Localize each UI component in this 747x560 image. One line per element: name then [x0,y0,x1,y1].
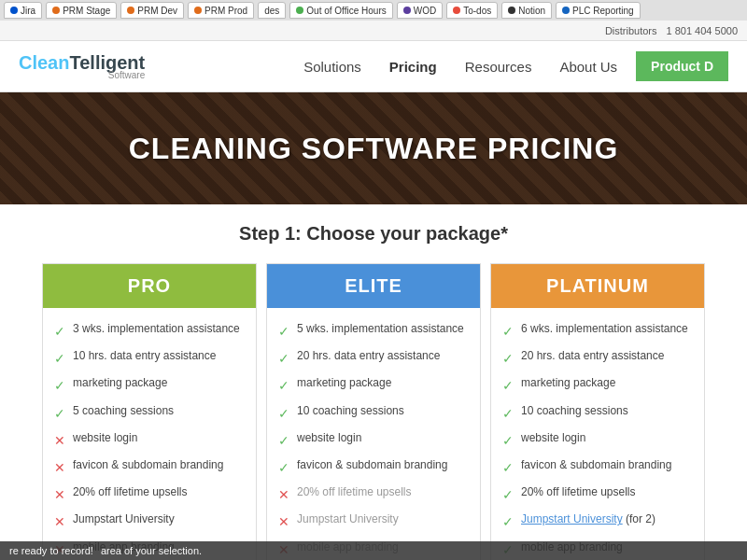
recording-text: re ready to record! [9,545,93,556]
tab-todos[interactable]: To-dos [446,2,498,19]
platinum-features: ✓6 wks. implementation assistance ✓20 hr… [491,308,704,560]
list-item: ✓6 wks. implementation assistance [502,317,693,344]
product-demo-button[interactable]: Product D [636,51,728,81]
check-icon: ✓ [502,323,514,340]
x-icon: ✕ [54,486,65,503]
check-icon: ✓ [502,432,514,449]
check-icon: ✓ [54,405,65,422]
list-item: ✓3 wks. implementation assistance [54,317,245,344]
hero-title: CLEANING SOFTWARE PRICING [129,132,619,166]
phone-number: 1 801 404 5000 [667,25,738,36]
list-item: ✕Jumpstart University [54,508,245,535]
check-icon: ✓ [502,350,514,367]
pro-header: PRO [43,264,256,308]
tab-prm-stage[interactable]: PRM Stage [46,2,117,19]
tab-plc-reporting[interactable]: PLC Reporting [556,2,641,19]
list-item: ✓favicon & subdomain branding [502,454,693,481]
check-icon: ✓ [502,513,514,530]
elite-package-card: ELITE ✓5 wks. implementation assistance … [266,263,481,560]
hero-banner: CLEANING SOFTWARE PRICING [0,92,747,204]
check-icon: ✓ [278,377,289,394]
list-item: ✓5 coaching sessions [54,399,245,427]
check-icon: ✓ [502,377,514,394]
list-item: ✓marketing package [502,371,693,399]
list-item: ✓Jumpstart University (for 2) [502,508,693,535]
list-item: ✓20 hrs. data entry assistance [278,344,469,371]
distributor-label[interactable]: Distributors [605,25,657,36]
utility-bar: Distributors 1 801 404 5000 [0,21,747,41]
list-item: ✕favicon & subdomain branding [54,454,245,481]
list-item: ✕Jumpstart University [278,508,469,535]
check-icon: ✓ [278,405,289,422]
platinum-header: PLATINUM [491,264,704,308]
jumpstart-university-link[interactable]: Jumpstart University [521,512,623,525]
list-item: ✓10 coaching sessions [278,399,469,427]
tab-notion[interactable]: Notion [501,2,552,19]
list-item: ✓marketing package [54,371,245,399]
tab-prm-prod[interactable]: PRM Prod [188,2,254,19]
packages-row: PRO ✓3 wks. implementation assistance ✓1… [28,263,719,560]
nav-about[interactable]: About Us [559,59,617,75]
recording-sub: area of your selection. [101,545,202,556]
step-title: Step 1: Choose your package* [28,223,719,245]
list-item: ✓10 coaching sessions [502,399,693,427]
pro-features: ✓3 wks. implementation assistance ✓10 hr… [43,308,256,560]
nav-links: Solutions Pricing Resources About Us [303,59,617,75]
browser-tabs-bar: Jira PRM Stage PRM Dev PRM Prod des Out … [0,0,747,21]
list-item: ✓website login [502,427,693,454]
check-icon: ✓ [54,350,65,367]
x-icon: ✕ [54,459,65,476]
check-icon: ✓ [502,405,514,422]
x-icon: ✕ [54,432,65,449]
nav-pricing[interactable]: Pricing [389,59,437,75]
tab-prm-dev[interactable]: PRM Dev [120,2,184,19]
list-item: ✓favicon & subdomain branding [278,454,469,481]
check-icon: ✓ [278,432,289,449]
main-nav: CleanTelligent Software Solutions Pricin… [0,41,747,92]
recording-bar: re ready to record! area of your selecti… [0,541,747,560]
nav-resources[interactable]: Resources [465,59,532,75]
list-item: ✓20% off lifetime upsells [502,481,693,508]
check-icon: ✓ [502,459,514,476]
x-icon: ✕ [278,486,289,503]
tab-wod[interactable]: WOD [397,2,443,19]
list-item: ✓5 wks. implementation assistance [278,317,469,344]
tab-des[interactable]: des [258,2,286,19]
tab-out-of-office[interactable]: Out of Office Hours [289,2,392,19]
logo-clean: Clean [19,52,69,73]
check-icon: ✓ [54,377,65,394]
nav-solutions[interactable]: Solutions [303,59,361,75]
check-icon: ✓ [278,350,289,367]
check-icon: ✓ [502,486,514,503]
elite-features: ✓5 wks. implementation assistance ✓20 hr… [267,308,480,560]
x-icon: ✕ [54,513,65,530]
list-item: ✓website login [278,427,469,454]
list-item: ✕20% off lifetime upsells [278,481,469,508]
logo: CleanTelligent Software [19,52,145,80]
list-item: ✕website login [54,427,245,454]
list-item: ✓marketing package [278,371,469,399]
check-icon: ✓ [278,323,289,340]
list-item: ✓10 hrs. data entry assistance [54,344,245,371]
list-item: ✓20 hrs. data entry assistance [502,344,693,371]
list-item: ✕20% off lifetime upsells [54,481,245,508]
elite-header: ELITE [267,264,480,308]
pricing-section: Step 1: Choose your package* PRO ✓3 wks.… [0,204,747,560]
check-icon: ✓ [54,323,65,340]
pro-package-card: PRO ✓3 wks. implementation assistance ✓1… [42,263,257,560]
tab-jira[interactable]: Jira [4,2,42,19]
x-icon: ✕ [278,513,289,530]
check-icon: ✓ [278,459,289,476]
platinum-package-card: PLATINUM ✓6 wks. implementation assistan… [490,263,705,560]
